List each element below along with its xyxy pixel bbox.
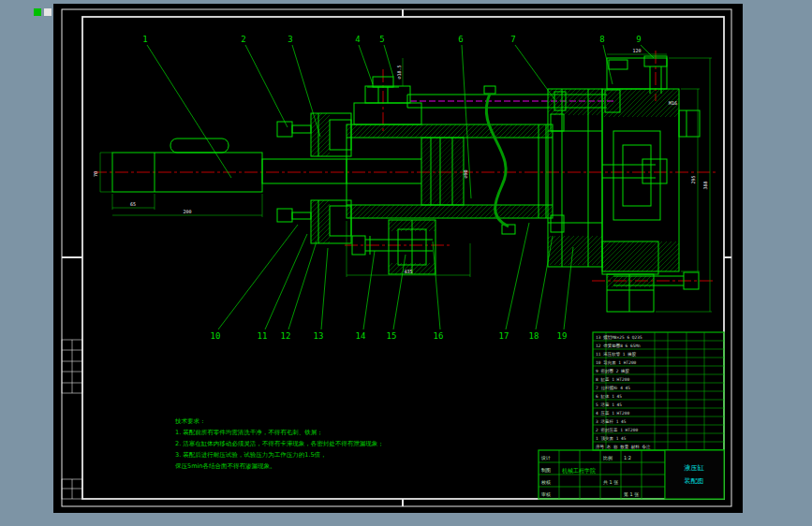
- callout-3: 3: [288, 35, 292, 44]
- note-line-4: 保压5min各结合面不得有渗漏现象。: [175, 462, 275, 470]
- note-line-3: 3. 装配后进行耐压试验，试验压力为工作压力的1.5倍，: [175, 451, 327, 459]
- dim-shaft-dia: 70: [93, 171, 98, 177]
- callout-14: 14: [356, 331, 366, 341]
- callout-13: 13: [314, 331, 324, 341]
- drawing-title-line1: 液压缸: [685, 464, 704, 472]
- sig-design: 设计: [540, 455, 551, 460]
- school-name: 机械工程学院: [562, 467, 596, 475]
- callout-12: 12: [281, 331, 291, 341]
- bom-row: 11 液压软管 1 橡胶: [596, 351, 637, 357]
- bom-row: 12 弹簧垫圈8 6 65Mn: [596, 343, 641, 348]
- bom-row: 10 导向套 1 HT200: [596, 360, 637, 365]
- callout-11: 11: [258, 331, 268, 341]
- callout-8: 8: [599, 35, 604, 44]
- callout-15: 15: [387, 331, 397, 341]
- callout-1: 1: [142, 35, 147, 44]
- bom-row: 4 压盖 1 HT200: [596, 410, 629, 416]
- dim-shaft-len-a: 65: [130, 201, 136, 207]
- scale-value: 1:2: [624, 455, 631, 460]
- bom-row: 7 拉杆螺栓 4 45: [596, 385, 630, 390]
- cad-drawing: 70 65 200 435 295 388 ∅18.5 ∅90 M16 120 …: [0, 0, 812, 526]
- dim-flange-h: 295: [690, 175, 696, 183]
- drawing-title-line2: 装配图: [685, 477, 704, 485]
- callout-5: 5: [379, 35, 384, 44]
- callout-17: 17: [499, 331, 509, 341]
- bom-row: 13 螺钉M8×25 6 Q235: [596, 334, 642, 340]
- sig-check: 校核: [540, 479, 551, 485]
- note-line-2: 2. 活塞在缸体内移动必须灵活，不得有卡滞现象，各密封处不得有泄漏现象；: [175, 440, 384, 447]
- dim-shaft-len-b: 200: [183, 209, 191, 214]
- dim-cyl-len: 435: [404, 269, 412, 274]
- dim-cap-w: 120: [632, 48, 641, 53]
- bom-row: 5 活塞 1 45: [596, 402, 622, 407]
- dim-thread: M16: [669, 100, 677, 106]
- dim-bolt-dia: ∅18.5: [396, 65, 402, 79]
- callout-2: 2: [241, 35, 245, 44]
- sheet-value: 第 1 张: [624, 491, 639, 498]
- bom-row: 9 密封圈 2 橡胶: [596, 368, 630, 373]
- title-cell: [665, 450, 724, 499]
- cad-viewer: 70 65 200 435 295 388 ∅18.5 ∅90 M16 120 …: [0, 0, 812, 526]
- callout-19: 19: [557, 331, 568, 341]
- bom-row: 2 密封压盖 1 HT200: [596, 427, 638, 432]
- bom-row: 8 缸盖 1 HT200: [596, 377, 629, 382]
- note-line-1: 1. 装配前所有零件均需清洗干净，不得有毛刺、铁屑；: [175, 429, 323, 436]
- dim-cap-h: 388: [702, 181, 708, 189]
- callout-18: 18: [529, 331, 539, 341]
- sig-approve: 审核: [541, 491, 551, 497]
- callout-16: 16: [434, 331, 444, 341]
- callout-6: 6: [458, 35, 463, 44]
- scale-label: 比例: [603, 455, 613, 461]
- callout-10: 10: [211, 331, 221, 341]
- bom-row: 3 活塞杆 1 45: [596, 419, 627, 424]
- callout-7: 7: [510, 35, 515, 44]
- bom-row: 6 缸体 1 45: [596, 394, 622, 399]
- bom-row: 1 顶尖套 1 45: [596, 436, 627, 441]
- sheet-label: 共 1 张: [603, 479, 618, 486]
- callout-4: 4: [355, 35, 360, 44]
- callout-9: 9: [636, 35, 641, 44]
- sig-draft: 制图: [541, 467, 551, 474]
- notes-title: 技术要求：: [174, 417, 206, 425]
- dim-bore-dia: ∅90: [463, 169, 468, 178]
